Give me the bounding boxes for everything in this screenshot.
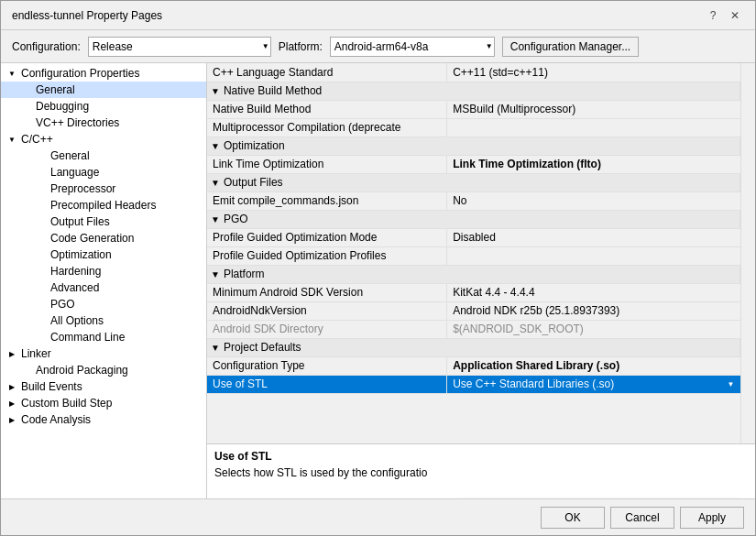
table-row: Profile Guided Optimization Mode Disable…	[207, 228, 740, 246]
section-title: ▼Platform	[207, 265, 740, 283]
props-wrapper: C++ Language Standard C++11 (std=c++11) …	[207, 63, 755, 443]
cancel-button[interactable]: Cancel	[610, 507, 674, 529]
config-manager-button[interactable]: Configuration Manager...	[502, 37, 639, 57]
ok-button[interactable]: OK	[541, 507, 605, 529]
scrollbar[interactable]	[740, 63, 755, 443]
tree-item-cpp-language[interactable]: Language	[1, 164, 206, 180]
tree-item-build-events[interactable]: ▶ Build Events	[1, 378, 206, 395]
tree-item-cpp-pgo[interactable]: PGO	[1, 296, 206, 312]
config-select-wrapper: Release Debug ▼	[88, 37, 271, 57]
tree-item-android-packaging[interactable]: Android Packaging	[1, 362, 206, 378]
prop-name: C++ Language Standard	[207, 63, 447, 82]
section-chevron-icon: ▼	[211, 178, 220, 188]
tree-item-vc-dirs[interactable]: VC++ Directories	[1, 115, 206, 131]
prop-name: Android SDK Directory	[207, 320, 447, 338]
platform-label: Platform:	[279, 40, 323, 53]
table-row: Configuration Type Application Shared Li…	[207, 356, 740, 375]
stl-dropdown[interactable]: Use C++ Standard Libraries (.so) ▼	[453, 377, 734, 391]
expand-spacer-cpp-precompiled	[34, 198, 49, 213]
close-button[interactable]: ✕	[726, 6, 744, 25]
table-row: Profile Guided Optimization Profiles	[207, 246, 740, 265]
expand-spacer-cpp-cmdline	[34, 330, 49, 345]
expand-spacer-cpp-hardening	[34, 264, 49, 279]
prop-value: $(ANDROID_SDK_ROOT)	[447, 320, 740, 338]
properties-table: C++ Language Standard C++11 (std=c++11) …	[207, 63, 740, 394]
prop-name: Minimum Android SDK Version	[207, 283, 447, 301]
stl-prop-value[interactable]: Use C++ Standard Libraries (.so) ▼	[447, 375, 740, 393]
tree-item-cpp-output[interactable]: Output Files	[1, 213, 206, 230]
props-scroll[interactable]: C++ Language Standard C++11 (std=c++11) …	[207, 63, 740, 443]
expand-spacer-vc-dirs	[19, 115, 34, 130]
tree-item-config-props[interactable]: ▼ Configuration Properties	[1, 65, 206, 82]
prop-value: Android NDK r25b (25.1.8937393)	[447, 301, 740, 320]
tree-item-cpp-advanced[interactable]: Advanced	[1, 279, 206, 296]
tree-item-cpp-general[interactable]: General	[1, 148, 206, 164]
prop-value: Application Shared Library (.so)	[447, 356, 740, 375]
tree-label-cpp-optimization: Optimization	[49, 247, 114, 262]
tree-item-code-analysis[interactable]: ▶ Code Analysis	[1, 411, 206, 428]
expand-icon-build-events: ▶	[5, 379, 19, 394]
expand-icon-config-props: ▼	[5, 66, 19, 81]
platform-select[interactable]: Android-arm64-v8a Android-x86	[330, 37, 495, 57]
expand-spacer-cpp-alloptions	[34, 313, 49, 328]
tree-label-cpp-cmdline: Command Line	[49, 330, 126, 345]
apply-button[interactable]: Apply	[680, 507, 744, 529]
prop-value: KitKat 4.4 - 4.4.4	[447, 283, 740, 301]
prop-name: Native Build Method	[207, 100, 447, 118]
tree-label-cpp: C/C++	[19, 132, 55, 147]
tree-label-code-analysis: Code Analysis	[19, 412, 93, 427]
use-of-stl-row[interactable]: Use of STL Use C++ Standard Libraries (.…	[207, 375, 740, 393]
prop-value: C++11 (std=c++11)	[447, 63, 740, 82]
tree-item-cpp-optimization[interactable]: Optimization	[1, 246, 206, 263]
tree-item-linker[interactable]: ▶ Linker	[1, 345, 206, 362]
section-chevron-icon: ▼	[211, 343, 220, 353]
section-header: ▼Output Files	[207, 173, 740, 191]
config-label: Configuration:	[12, 40, 81, 53]
expand-spacer-android-packaging	[19, 363, 34, 377]
stl-prop-name: Use of STL	[207, 375, 447, 393]
tree-item-custom-build[interactable]: ▶ Custom Build Step	[1, 395, 206, 411]
prop-name: Multiprocessor Compilation (deprecate	[207, 118, 447, 137]
tree-item-cpp-codegeneration[interactable]: Code Generation	[1, 230, 206, 246]
title-bar-buttons: ? ✕	[704, 6, 744, 25]
section-title: ▼Native Build Method	[207, 82, 740, 100]
tree-label-linker: Linker	[19, 346, 53, 361]
tree-label-vc-dirs: VC++ Directories	[34, 115, 121, 130]
tree-label-android-packaging: Android Packaging	[34, 363, 130, 377]
table-row: Android SDK Directory $(ANDROID_SDK_ROOT…	[207, 320, 740, 338]
tree-label-debugging: Debugging	[34, 99, 91, 114]
help-button[interactable]: ?	[704, 6, 722, 25]
tree-item-cpp-hardening[interactable]: Hardening	[1, 263, 206, 279]
config-bar: Configuration: Release Debug ▼ Platform:…	[1, 30, 755, 63]
tree-item-cpp-cmdline[interactable]: Command Line	[1, 329, 206, 345]
config-select[interactable]: Release Debug	[88, 37, 271, 57]
expand-spacer-cpp-preprocessor	[34, 181, 49, 196]
stl-dropdown-arrow-icon: ▼	[728, 380, 735, 388]
property-pages-window: endless-tunnel Property Pages ? ✕ Config…	[0, 0, 756, 536]
prop-value: Disabled	[447, 228, 740, 246]
section-header: ▼Native Build Method	[207, 82, 740, 100]
expand-icon-custom-build: ▶	[5, 396, 19, 410]
section-chevron-icon: ▼	[211, 86, 220, 96]
expand-spacer-cpp-optimization	[34, 247, 49, 262]
window-title: endless-tunnel Property Pages	[12, 9, 162, 22]
expand-spacer-cpp-pgo	[34, 297, 49, 312]
tree-item-cpp-preprocessor[interactable]: Preprocessor	[1, 180, 206, 197]
section-chevron-icon: ▼	[211, 269, 220, 279]
prop-value	[447, 118, 740, 137]
main-content: ▼ Configuration Properties General Debug…	[1, 63, 755, 498]
expand-icon-cpp: ▼	[5, 132, 19, 147]
tree-item-general[interactable]: General	[1, 82, 206, 98]
tree-label-build-events: Build Events	[19, 379, 84, 394]
tree-item-cpp-alloptions[interactable]: All Options	[1, 312, 206, 329]
prop-name: Profile Guided Optimization Profiles	[207, 246, 447, 265]
expand-icon-linker: ▶	[5, 346, 19, 361]
table-row: AndroidNdkVersion Android NDK r25b (25.1…	[207, 301, 740, 320]
tree-item-debugging[interactable]: Debugging	[1, 98, 206, 115]
prop-value: MSBuild (Multiprocessor)	[447, 100, 740, 118]
section-title: ▼Project Defaults	[207, 338, 740, 356]
right-panel: C++ Language Standard C++11 (std=c++11) …	[207, 63, 755, 498]
tree-item-cpp-precompiled[interactable]: Precompiled Headers	[1, 197, 206, 213]
tree-item-cpp[interactable]: ▼ C/C++	[1, 131, 206, 148]
prop-value: No	[447, 191, 740, 210]
